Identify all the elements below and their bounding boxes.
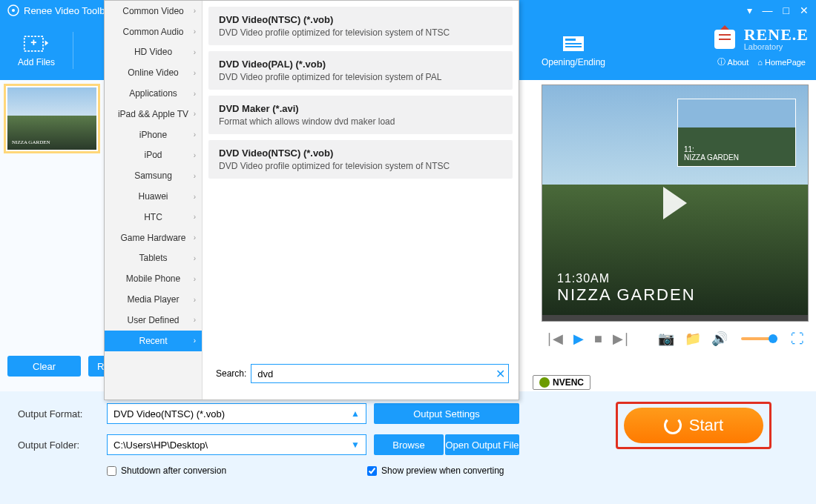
- format-results: DVD Video(NTSC) (*.vob)DVD Video profile…: [203, 1, 519, 399]
- volume-slider[interactable]: [741, 337, 777, 340]
- svg-point-1: [12, 9, 15, 12]
- next-button[interactable]: ▶∣: [613, 331, 630, 347]
- format-desc: DVD Video profile optimized for televisi…: [219, 27, 502, 38]
- category-item[interactable]: Common Audio›: [105, 21, 202, 42]
- chevron-right-icon: ›: [194, 48, 196, 56]
- player-controls: ∣◀ ▶ ■ ▶∣ 📷 📁 🔊 ⛶: [542, 322, 809, 356]
- app-logo-icon: [7, 4, 19, 16]
- chevron-right-icon: ›: [194, 69, 196, 77]
- add-files-icon: [23, 33, 50, 54]
- svg-rect-4: [33, 40, 35, 45]
- browse-button[interactable]: Browse: [374, 434, 444, 455]
- clear-button[interactable]: Clear: [7, 356, 81, 377]
- progress-bar[interactable]: [542, 315, 808, 321]
- format-item[interactable]: DVD Video(NTSC) (*.vob)DVD Video profile…: [208, 7, 513, 45]
- output-format-label: Output Format:: [18, 408, 99, 420]
- chevron-right-icon: ›: [194, 254, 196, 262]
- category-item[interactable]: iPhone›: [105, 125, 202, 145]
- category-item[interactable]: Tablets›: [105, 248, 202, 269]
- category-item[interactable]: Mobile Phone›: [105, 268, 202, 289]
- chevron-right-icon: ›: [194, 90, 196, 98]
- brand-icon: [710, 24, 740, 53]
- chevron-up-icon: ▲: [351, 408, 360, 419]
- close-icon[interactable]: ✕: [800, 4, 809, 16]
- category-item[interactable]: Game Hardware›: [105, 228, 202, 248]
- video-thumbnail[interactable]: NIZZA GARDEN: [6, 86, 98, 151]
- search-label: Search:: [216, 368, 246, 379]
- prev-button[interactable]: ∣◀: [546, 331, 563, 347]
- chevron-right-icon: ›: [194, 316, 196, 324]
- format-item[interactable]: DVD Maker (*.avi)Format which allows win…: [208, 96, 513, 134]
- minimize-icon[interactable]: —: [763, 4, 773, 16]
- opening-ending-button[interactable]: Opening/Ending: [524, 21, 623, 80]
- preview-pip: 11:NIZZA GARDEN: [677, 99, 796, 167]
- options-icon[interactable]: ▾: [747, 4, 752, 16]
- format-item[interactable]: DVD Video(NTSC) (*.vob)DVD Video profile…: [208, 140, 513, 179]
- category-item[interactable]: User Defined›: [105, 310, 202, 331]
- clear-search-icon[interactable]: ✕: [496, 367, 505, 381]
- chevron-down-icon: ▼: [351, 440, 360, 450]
- video-preview[interactable]: 11:NIZZA GARDEN 11:30AM NIZZA GARDEN: [542, 84, 809, 322]
- output-folder-combo[interactable]: C:\Users\HP\Desktop\ ▼: [107, 434, 366, 455]
- add-files-button[interactable]: Add Files: [0, 21, 73, 80]
- chevron-right-icon: ›: [194, 336, 196, 345]
- opening-ending-icon: [560, 33, 587, 54]
- start-button[interactable]: Start: [624, 408, 763, 443]
- chevron-right-icon: ›: [194, 275, 196, 283]
- chevron-right-icon: ›: [194, 110, 196, 118]
- format-title: DVD Video(NTSC) (*.vob): [219, 14, 502, 25]
- category-item[interactable]: Applications›: [105, 83, 202, 104]
- nvenc-badge[interactable]: NVENC: [533, 375, 590, 390]
- chevron-right-icon: ›: [194, 172, 196, 180]
- category-item[interactable]: Recent›: [105, 331, 202, 351]
- chevron-right-icon: ›: [194, 27, 196, 36]
- category-item[interactable]: Huawei›: [105, 186, 202, 207]
- open-output-file-button[interactable]: Open Output File: [445, 434, 519, 455]
- category-item[interactable]: Online Video›: [105, 62, 202, 83]
- play-overlay-icon[interactable]: [663, 187, 687, 219]
- format-desc: DVD Video profile optimized for televisi…: [219, 72, 502, 82]
- open-folder-button[interactable]: 📁: [685, 331, 701, 347]
- brand-logo: RENE.E Laboratory: [710, 24, 809, 53]
- format-item[interactable]: DVD Video(PAL) (*.vob)DVD Video profile …: [208, 51, 513, 90]
- brand-sub: Laboratory: [744, 43, 809, 51]
- stop-button[interactable]: ■: [594, 331, 602, 347]
- shutdown-checkbox[interactable]: Shutdown after conversion: [107, 465, 226, 476]
- category-item[interactable]: HTC›: [105, 207, 202, 228]
- category-item[interactable]: iPad && Apple TV›: [105, 104, 202, 125]
- fullscreen-button[interactable]: ⛶: [791, 331, 804, 347]
- toolbar-separator: [73, 32, 73, 69]
- category-item[interactable]: Common Video›: [105, 1, 202, 21]
- format-title: DVD Maker (*.avi): [219, 103, 502, 114]
- category-item[interactable]: Samsung›: [105, 165, 202, 186]
- output-folder-label: Output Folder:: [18, 440, 99, 451]
- svg-rect-8: [565, 46, 582, 47]
- category-item[interactable]: Media Player›: [105, 289, 202, 310]
- search-input[interactable]: [251, 364, 509, 383]
- maximize-icon[interactable]: □: [783, 4, 789, 16]
- chevron-right-icon: ›: [194, 296, 196, 304]
- snapshot-button[interactable]: 📷: [658, 331, 674, 347]
- format-popup: Common Video›Common Audio›HD Video›Onlin…: [104, 0, 519, 400]
- format-title: DVD Video(NTSC) (*.vob): [219, 147, 502, 159]
- thumbnail-label: NIZZA GARDEN: [12, 139, 50, 145]
- svg-rect-7: [565, 43, 582, 44]
- volume-icon[interactable]: 🔊: [711, 331, 728, 347]
- chevron-right-icon: ›: [194, 233, 196, 242]
- category-item[interactable]: iPod›: [105, 145, 202, 166]
- chevron-right-icon: ›: [194, 7, 196, 15]
- output-settings-button[interactable]: Output Settings: [374, 403, 519, 424]
- format-desc: Format which allows window dvd maker loa…: [219, 116, 502, 127]
- category-item[interactable]: HD Video›: [105, 42, 202, 63]
- refresh-icon: [664, 417, 682, 434]
- output-format-combo[interactable]: DVD Video(NTSC) (*.vob) ▲: [107, 403, 366, 424]
- opening-ending-label: Opening/Ending: [542, 57, 605, 67]
- homepage-link[interactable]: ⌂ HomePage: [757, 56, 806, 67]
- preview-checkbox[interactable]: Show preview when converting: [367, 465, 504, 476]
- about-link[interactable]: ⓘ About: [717, 56, 749, 67]
- play-button[interactable]: ▶: [573, 331, 584, 347]
- nvenc-icon: [539, 377, 550, 388]
- add-files-label: Add Files: [18, 57, 55, 67]
- chevron-right-icon: ›: [194, 213, 196, 221]
- chevron-right-icon: ›: [194, 151, 196, 159]
